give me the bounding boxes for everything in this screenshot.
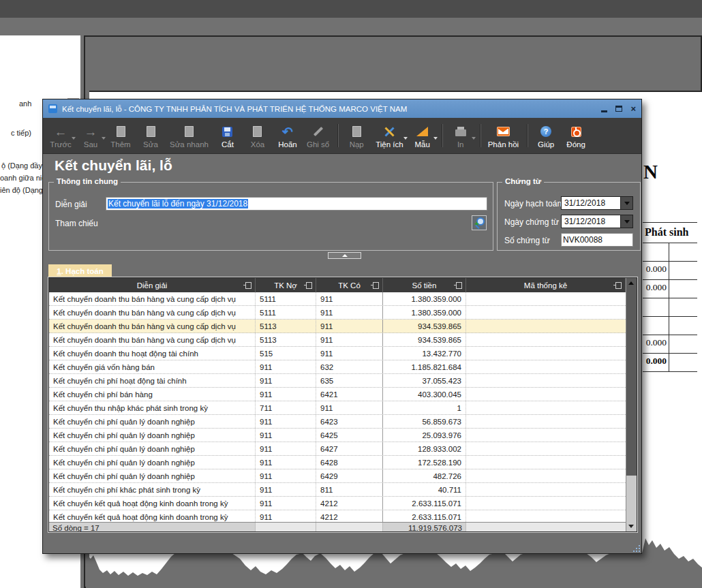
dialog-titlebar[interactable]: Kết chuyển lãi, lỗ - CÔNG TY TNHH PHÂN T… xyxy=(43,99,641,118)
tham-chieu-lookup-button[interactable]: + xyxy=(472,215,487,230)
toolbar-button-sua[interactable]: Sửa xyxy=(137,119,166,153)
so-chung-tu-value: NVK00088 xyxy=(563,235,602,245)
table-header: Diễn giảiTK NợTK CóSố tiềnMã thống kê xyxy=(49,278,626,292)
background-list-item: c tiếp) xyxy=(11,129,31,137)
ngay-chung-tu-combo[interactable]: 31/12/2018 xyxy=(561,215,633,228)
tab-hach-toan[interactable]: 1. Hạch toán xyxy=(48,264,112,277)
chevron-down-icon[interactable] xyxy=(620,196,633,210)
resize-grip[interactable] xyxy=(632,544,640,552)
toolbar-button-nap[interactable]: Nạp xyxy=(343,119,371,153)
column-header-ma-thong-ke[interactable]: Mã thống kê xyxy=(466,278,626,292)
undo-icon: ↶ xyxy=(282,125,293,139)
table-row[interactable]: Kết chuyển chi phí hoạt động tài chính91… xyxy=(49,374,626,388)
table-row[interactable]: Kết chuyển chi phí bán hàng9116421403.30… xyxy=(49,388,626,401)
table-row[interactable]: Kết chuyển chi phí quản lý doanh nghiệp9… xyxy=(49,469,626,483)
toolbar-button-mau[interactable]: Mẫu xyxy=(409,119,438,153)
toolbar-button-sau[interactable]: →Sau xyxy=(77,119,106,153)
background-top-bar xyxy=(0,0,702,18)
table-row[interactable]: Kết chuyển kết quả hoạt động kinh doanh … xyxy=(49,510,626,522)
table-row[interactable]: Kết chuyển chi phí quản lý doanh nghiệp9… xyxy=(49,415,626,429)
table-row[interactable]: Kết chuyển chi phí quản lý doanh nghiệp9… xyxy=(49,429,626,442)
page-title: Kết chuyển lãi, lỗ xyxy=(55,157,172,174)
table-row[interactable]: Kết chuyển chi phí khác phát sinh trong … xyxy=(49,483,626,497)
toolbar-button-sua-nhanh[interactable]: Sửa nhanh xyxy=(167,119,213,153)
pin-icon xyxy=(245,282,251,289)
arrow-left-icon: ← xyxy=(55,125,67,139)
toolbar-button-ghi-so[interactable]: Ghi sổ xyxy=(304,119,333,153)
toolbar-button-ong[interactable]: Đóng xyxy=(562,119,591,153)
toolbar-button-in[interactable]: In xyxy=(447,119,476,153)
table-row[interactable]: Kết chuyển giá vốn hàng bán9116321.185.8… xyxy=(49,360,626,374)
table-row[interactable]: Kết chuyển doanh thu bán hàng và cung cấ… xyxy=(49,320,626,333)
table-row[interactable]: Kết chuyển chi phí quản lý doanh nghiệp9… xyxy=(49,456,626,469)
app-icon xyxy=(48,104,57,113)
toolbar-button-hoan[interactable]: ↶Hoãn xyxy=(274,119,303,153)
scrollbar-thumb[interactable] xyxy=(626,278,637,476)
background-list-item: ộ (Dạng đầy xyxy=(1,161,42,170)
background-report-value: 0.000 xyxy=(641,282,667,293)
page-delete-icon xyxy=(253,125,262,139)
toolbar-button-cat[interactable]: Cắt xyxy=(214,119,243,153)
vertical-scrollbar[interactable] xyxy=(626,278,637,531)
background-list-item: iên độ (Dạng xyxy=(0,186,43,194)
template-icon xyxy=(416,125,428,139)
background-list-item: oanh giữa niê xyxy=(0,174,46,182)
toolbar-separator xyxy=(442,124,443,147)
power-icon xyxy=(571,125,581,139)
background-list-item: anh xyxy=(19,99,31,108)
dropdown-caret-icon[interactable] xyxy=(102,137,106,140)
ngay-hach-toan-combo[interactable]: 31/12/2018 xyxy=(561,196,633,210)
help-icon: ? xyxy=(540,125,551,139)
table-row[interactable]: Kết chuyển doanh thu bán hàng và cung cấ… xyxy=(49,306,626,320)
column-header-tk-co[interactable]: TK Có xyxy=(316,278,383,292)
dropdown-caret-icon[interactable] xyxy=(403,137,408,140)
table-row[interactable]: Kết chuyển doanh thu bán hàng và cung cấ… xyxy=(49,292,626,306)
page-quick-edit-icon xyxy=(185,125,194,139)
toolbar-button-truoc[interactable]: ←Trước xyxy=(47,119,76,153)
pin-icon xyxy=(615,282,622,289)
ngay-hach-toan-value[interactable]: 31/12/2018 xyxy=(561,196,620,210)
table-row[interactable]: Kết chuyển chi phí quản lý doanh nghiệp9… xyxy=(49,442,626,456)
so-chung-tu-label: Số chứng từ xyxy=(504,236,550,245)
minimize-button[interactable] xyxy=(601,110,607,112)
dialog-title: Kết chuyển lãi, lỗ - CÔNG TY TNHH PHÂN T… xyxy=(62,105,596,113)
table-row[interactable]: Kết chuyển kết quả hoạt động kinh doanh … xyxy=(49,497,626,510)
scroll-up-icon[interactable] xyxy=(628,281,634,285)
maximize-button[interactable] xyxy=(615,106,622,112)
entries-grid: Diễn giảiTK NợTK CóSố tiềnMã thống kê Kế… xyxy=(48,277,637,532)
ngay-chung-tu-value[interactable]: 31/12/2018 xyxy=(561,215,620,228)
toolbar-separator xyxy=(337,124,339,147)
ngay-chung-tu-label: Ngày chứng từ xyxy=(504,217,559,227)
toolbar-separator xyxy=(527,124,528,147)
toolbar-button-phan-hoi[interactable]: Phản hồi xyxy=(485,119,523,153)
column-header-dien-giai[interactable]: Diễn giải xyxy=(49,278,256,292)
pin-icon xyxy=(373,282,379,289)
collapse-panel-button[interactable] xyxy=(328,252,361,259)
pencil-icon xyxy=(313,125,324,139)
so-chung-tu-input[interactable]: NVK00088 xyxy=(561,233,633,247)
scroll-down-icon[interactable] xyxy=(628,525,634,528)
group-thong-tin-chung: Thông tin chung xyxy=(48,182,493,251)
column-header-so-tien[interactable]: Số tiền xyxy=(383,278,466,292)
dropdown-caret-icon[interactable] xyxy=(433,137,438,140)
pin-icon xyxy=(306,282,312,289)
pin-icon xyxy=(456,282,462,289)
tham-chieu-label: Tham chiếu xyxy=(55,219,98,228)
toolbar-button-them[interactable]: Thêm xyxy=(107,119,136,153)
table-row[interactable]: Kết chuyển thu nhập khác phát sinh trong… xyxy=(49,401,626,415)
toolbar-button-xoa[interactable]: Xóa xyxy=(244,119,273,153)
column-header-tk-no[interactable]: TK Nợ xyxy=(256,278,316,292)
dien-giai-input[interactable]: Kết chuyển lãi lỗ đến ngày 31/12/2018 xyxy=(106,197,487,211)
dropdown-caret-icon[interactable] xyxy=(472,137,476,140)
table-footer: Số dòng = 17 11.919.576.073 xyxy=(49,522,626,532)
chevron-down-icon[interactable] xyxy=(620,215,633,228)
group-chung-tu-title: Chứng từ xyxy=(502,177,544,185)
close-button[interactable]: × xyxy=(630,104,636,113)
print-icon xyxy=(455,125,466,139)
page-load-icon xyxy=(352,125,361,139)
table-row[interactable]: Kết chuyển doanh thu bán hàng và cung cấ… xyxy=(49,333,626,347)
toolbar-button-giup[interactable]: ?Giúp xyxy=(532,119,561,153)
toolbar-button-tien-ich[interactable]: Tiện ích xyxy=(373,119,407,153)
dropdown-caret-icon[interactable] xyxy=(72,137,76,140)
table-row[interactable]: Kết chuyển doanh thu hoạt động tài chính… xyxy=(49,347,626,360)
